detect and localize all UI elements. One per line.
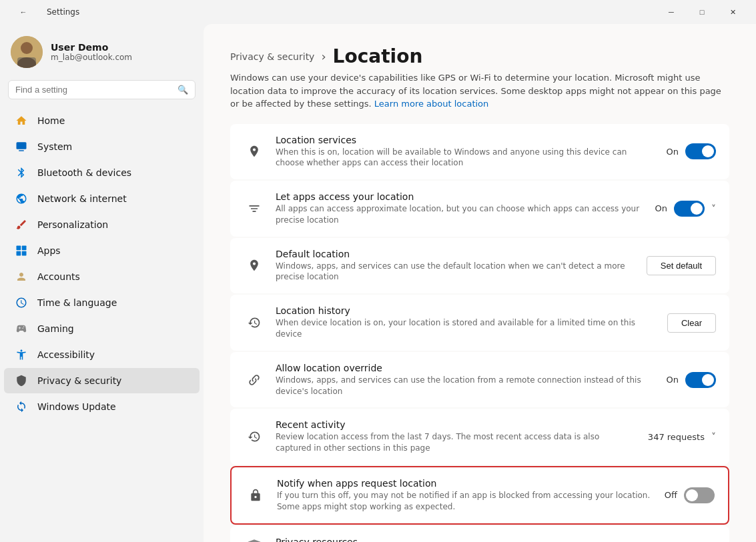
setting-desc-default-location: Windows, apps, and services can use the … bbox=[276, 261, 636, 283]
avatar bbox=[11, 36, 43, 68]
button-location-history[interactable]: Clear bbox=[667, 313, 716, 333]
setting-desc-notify-apps: If you turn this off, you may not be not… bbox=[277, 490, 654, 513]
titlebar-left: ← Settings bbox=[8, 1, 79, 23]
setting-row-location-services: Location services When this is on, locat… bbox=[230, 124, 729, 180]
sidebar-item-accessibility[interactable]: Accessibility bbox=[4, 342, 200, 367]
page-description: Windows can use your device's capabiliti… bbox=[230, 71, 729, 111]
svg-rect-6 bbox=[17, 246, 21, 251]
setting-title-notify-apps: Notify when apps request location bbox=[277, 478, 654, 489]
privacy-resources-content: Privacy resources About these settings a… bbox=[276, 537, 618, 542]
sidebar-item-personalization[interactable]: Personalization bbox=[4, 212, 200, 237]
sidebar-item-accounts[interactable]: Accounts bbox=[4, 264, 200, 289]
sidebar-item-network[interactable]: Network & internet bbox=[4, 186, 200, 211]
setting-row-default-location: Default location Windows, apps, and serv… bbox=[230, 238, 729, 294]
setting-desc-location-services: When this is on, location will be availa… bbox=[276, 147, 656, 169]
button-default-location[interactable]: Set default bbox=[647, 256, 716, 275]
toggle-label-let-apps-access: On bbox=[655, 203, 667, 213]
user-name: User Demo bbox=[51, 42, 132, 53]
nav-icon-personalization bbox=[15, 218, 28, 231]
toggle-let-apps-access[interactable] bbox=[674, 201, 705, 217]
setting-text-let-apps-access: Let apps access your location All apps c… bbox=[276, 191, 645, 226]
settings-list: Location services When this is on, locat… bbox=[230, 124, 729, 525]
setting-icon-location-history bbox=[244, 312, 265, 333]
chevron-icon-let-apps-access[interactable]: ˅ bbox=[711, 203, 716, 214]
nav-label-network: Network & internet bbox=[37, 193, 127, 204]
setting-title-default-location: Default location bbox=[276, 249, 636, 259]
learn-more-link[interactable]: Learn more about location bbox=[374, 99, 489, 109]
setting-title-location-services: Location services bbox=[276, 135, 656, 145]
setting-icon-location-services bbox=[244, 141, 265, 162]
toggle-thumb-let-apps-access bbox=[691, 203, 703, 215]
setting-text-location-services: Location services When this is on, locat… bbox=[276, 135, 656, 169]
sidebar-item-time[interactable]: Time & language bbox=[4, 290, 200, 315]
main-content: Privacy & security › Location Windows ca… bbox=[204, 24, 756, 542]
sidebar-item-system[interactable]: System bbox=[4, 134, 200, 159]
nav-icon-accessibility bbox=[15, 348, 28, 361]
setting-desc-location-history: When device location is on, your locatio… bbox=[276, 317, 657, 340]
svg-rect-8 bbox=[17, 251, 21, 256]
setting-row-allow-override: Allow location override Windows, apps, a… bbox=[230, 352, 729, 408]
setting-control-recent-activity: 347 requests ˅ bbox=[648, 431, 716, 442]
setting-desc-allow-override: Windows, apps, and services can use the … bbox=[276, 375, 656, 397]
back-button[interactable]: ← bbox=[8, 1, 39, 23]
app-body: User Demo m_lab@outlook.com 🔍 Home Syste… bbox=[0, 24, 756, 542]
page-title: Location bbox=[333, 45, 423, 67]
setting-row-let-apps-access: Let apps access your location All apps c… bbox=[230, 181, 729, 237]
setting-title-allow-override: Allow location override bbox=[276, 363, 656, 373]
svg-point-1 bbox=[21, 42, 33, 54]
nav-icon-network bbox=[15, 192, 28, 205]
setting-control-let-apps-access: On ˅ bbox=[655, 201, 716, 217]
sidebar-item-update[interactable]: Windows Update bbox=[4, 394, 200, 419]
breadcrumb: Privacy & security › Location bbox=[230, 45, 729, 67]
nav-icon-apps bbox=[15, 244, 28, 257]
setting-row-recent-activity: Recent activity Review location access f… bbox=[230, 409, 729, 465]
maximize-button[interactable]: □ bbox=[687, 1, 717, 23]
nav-icon-time bbox=[15, 296, 28, 309]
setting-text-allow-override: Allow location override Windows, apps, a… bbox=[276, 363, 656, 397]
nav-label-privacy: Privacy & security bbox=[37, 375, 121, 386]
setting-title-recent-activity: Recent activity bbox=[276, 419, 637, 430]
nav-label-home: Home bbox=[37, 115, 65, 126]
setting-desc-recent-activity: Review location access from the last 7 d… bbox=[276, 431, 637, 454]
nav-label-system: System bbox=[37, 141, 72, 152]
sidebar-item-home[interactable]: Home bbox=[4, 108, 200, 133]
setting-text-notify-apps: Notify when apps request location If you… bbox=[277, 478, 654, 513]
chevron-icon-recent-activity[interactable]: ˅ bbox=[711, 431, 716, 442]
privacy-resources-title: Privacy resources bbox=[276, 537, 618, 542]
sidebar-item-bluetooth[interactable]: Bluetooth & devices bbox=[4, 160, 200, 185]
sidebar-item-gaming[interactable]: Gaming bbox=[4, 316, 200, 341]
minimize-button[interactable]: ─ bbox=[656, 1, 687, 23]
toggle-location-services[interactable] bbox=[685, 143, 716, 159]
nav-label-gaming: Gaming bbox=[37, 323, 74, 334]
nav-icon-gaming bbox=[15, 322, 28, 335]
user-profile[interactable]: User Demo m_lab@outlook.com bbox=[0, 29, 204, 80]
nav-icon-accounts bbox=[15, 270, 28, 283]
search-input[interactable] bbox=[15, 85, 172, 95]
sidebar-item-apps[interactable]: Apps bbox=[4, 238, 200, 263]
close-button[interactable]: ✕ bbox=[717, 1, 748, 23]
setting-desc-let-apps-access: All apps can access approximate location… bbox=[276, 203, 645, 226]
titlebar-title: Settings bbox=[47, 7, 79, 17]
setting-icon-recent-activity bbox=[244, 426, 265, 447]
setting-title-let-apps-access: Let apps access your location bbox=[276, 191, 645, 202]
breadcrumb-parent: Privacy & security bbox=[230, 51, 314, 62]
toggle-notify-apps[interactable] bbox=[684, 487, 715, 503]
nav-icon-privacy bbox=[15, 374, 28, 387]
setting-row-location-history: Location history When device location is… bbox=[230, 295, 729, 351]
setting-control-default-location: Set default bbox=[647, 256, 716, 275]
sidebar-item-privacy[interactable]: Privacy & security bbox=[4, 368, 200, 393]
count-label-recent-activity: 347 requests bbox=[648, 432, 705, 442]
titlebar: ← Settings ─ □ ✕ bbox=[0, 0, 756, 24]
toggle-allow-override[interactable] bbox=[685, 372, 716, 388]
setting-text-location-history: Location history When device location is… bbox=[276, 305, 657, 340]
search-box[interactable]: 🔍 bbox=[8, 80, 196, 99]
nav-label-time: Time & language bbox=[37, 297, 117, 308]
setting-text-default-location: Default location Windows, apps, and serv… bbox=[276, 249, 636, 283]
nav-list: Home System Bluetooth & devices Network … bbox=[0, 107, 204, 420]
privacy-shield-icon bbox=[244, 537, 265, 542]
nav-label-accessibility: Accessibility bbox=[37, 349, 95, 360]
privacy-resources-container: Privacy resources About these settings a… bbox=[230, 526, 729, 542]
user-email: m_lab@outlook.com bbox=[51, 53, 132, 62]
toggle-thumb-notify-apps bbox=[686, 489, 698, 501]
nav-label-bluetooth: Bluetooth & devices bbox=[37, 167, 131, 178]
